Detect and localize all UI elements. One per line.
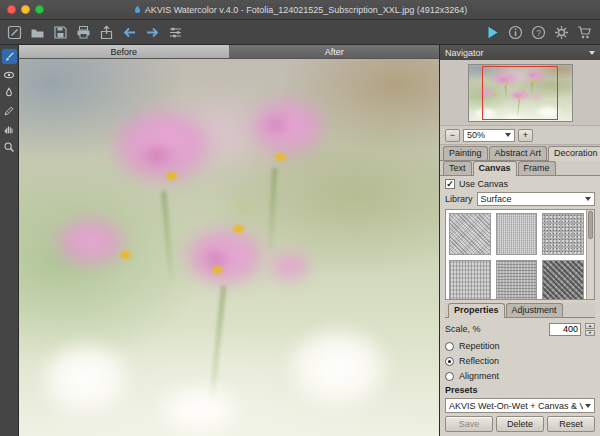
zoom-in-button[interactable]: +: [518, 129, 533, 142]
texture-swatch-1[interactable]: [449, 213, 491, 255]
presets-value: AKVIS Wet-On-Wet + Canvas & Vignette (1: [449, 401, 583, 411]
help-icon[interactable]: ?: [530, 24, 546, 40]
app-window: AKVIS Watercolor v.4.0 - Fotolia_1240215…: [0, 0, 600, 436]
hand-tool[interactable]: [2, 121, 17, 136]
library-select[interactable]: Surface: [477, 192, 595, 206]
white-flower: [27, 330, 145, 428]
undo-icon[interactable]: [121, 24, 137, 40]
run-icon[interactable]: [484, 24, 500, 40]
placement-option-reflection[interactable]: Reflection: [445, 355, 595, 367]
redo-icon[interactable]: [144, 24, 160, 40]
titlebar: AKVIS Watercolor v.4.0 - Fotolia_1240215…: [0, 0, 600, 20]
tab-before[interactable]: Before: [19, 45, 230, 58]
texture-scrollbar[interactable]: [586, 210, 594, 299]
workspace: Before After: [0, 45, 600, 436]
window-title: AKVIS Watercolor v.4.0 - Fotolia_1240215…: [0, 5, 600, 15]
toolbar: ?: [0, 20, 600, 45]
library-value: Surface: [481, 194, 512, 204]
workspace-icon[interactable]: [6, 24, 22, 40]
save-preset-button[interactable]: Save: [445, 416, 493, 432]
texture-swatch-4[interactable]: [449, 260, 491, 300]
pink-flower: [263, 248, 318, 286]
buy-cart-icon[interactable]: [576, 24, 592, 40]
window-controls: [0, 5, 44, 14]
window-title-text: AKVIS Watercolor v.4.0 - Fotolia_1240215…: [145, 5, 468, 15]
spinner-up-button[interactable]: ▲: [585, 323, 595, 329]
navigator-title: Navigator: [445, 48, 484, 58]
image-view: Before After: [19, 45, 439, 436]
canvas-settings: ✓ Use Canvas Library Surface: [440, 176, 600, 436]
tab-canvas[interactable]: Canvas: [473, 161, 517, 176]
zoom-tool[interactable]: [2, 139, 17, 154]
brush-tool[interactable]: [2, 49, 17, 64]
quick-settings-icon[interactable]: [167, 24, 183, 40]
scale-label: Scale, %: [445, 324, 545, 334]
close-button[interactable]: [7, 5, 16, 14]
tool-column: [0, 45, 19, 436]
navigator-header[interactable]: Navigator: [440, 45, 600, 60]
delete-preset-button[interactable]: Delete: [496, 416, 544, 432]
decoration-tabs: Text Canvas Frame: [440, 161, 600, 176]
tab-text[interactable]: Text: [443, 161, 472, 175]
share-icon[interactable]: [98, 24, 114, 40]
mode-tabs: Painting Abstract Art Decoration: [440, 145, 600, 161]
texture-swatch-6[interactable]: [542, 260, 584, 300]
save-file-icon[interactable]: [52, 24, 68, 40]
texture-scrollbar-thumb[interactable]: [588, 211, 593, 239]
radio-icon[interactable]: [445, 342, 454, 351]
scale-input[interactable]: [549, 323, 581, 336]
tab-after[interactable]: After: [230, 45, 440, 58]
reflection-label: Reflection: [459, 356, 499, 366]
chevron-down-icon: [589, 51, 595, 55]
presets-section: Presets AKVIS Wet-On-Wet + Canvas & Vign…: [445, 385, 595, 432]
pink-flower-shade: [258, 112, 296, 138]
repetition-label: Repetition: [459, 341, 500, 351]
texture-swatch-5[interactable]: [496, 260, 538, 300]
radio-icon-selected[interactable]: [445, 357, 454, 366]
toolbar-right: ?: [484, 24, 592, 40]
toolbar-left: [6, 24, 183, 40]
smudge-pencil-tool[interactable]: [2, 103, 17, 118]
use-canvas-checkbox[interactable]: ✓: [445, 179, 455, 189]
right-panel: Navigator: [439, 45, 600, 436]
pink-flower-shade: [132, 138, 182, 172]
navigator-thumbnail[interactable]: [468, 64, 573, 122]
tab-decoration[interactable]: Decoration: [548, 146, 600, 161]
open-file-icon[interactable]: [29, 24, 45, 40]
zoom-out-button[interactable]: −: [445, 129, 460, 142]
history-brush-tool[interactable]: [2, 67, 17, 82]
texture-swatch-2[interactable]: [496, 213, 538, 255]
tab-properties[interactable]: Properties: [448, 303, 505, 318]
svg-text:?: ?: [536, 27, 541, 37]
view-tabs: Before After: [19, 45, 439, 59]
chevron-down-icon: [585, 404, 591, 408]
tab-painting[interactable]: Painting: [443, 146, 488, 160]
spinner-down-button[interactable]: ▼: [585, 330, 595, 336]
watercolor-result-image: [19, 59, 439, 436]
radio-icon[interactable]: [445, 372, 454, 381]
white-flower: [271, 315, 405, 421]
placement-option-repetition[interactable]: Repetition: [445, 340, 595, 352]
minimize-button[interactable]: [21, 5, 30, 14]
scale-row: Scale, % ▲ ▼: [445, 321, 595, 337]
print-icon[interactable]: [75, 24, 91, 40]
library-label: Library: [445, 194, 473, 204]
image-canvas[interactable]: [19, 59, 439, 436]
flower-center: [233, 225, 244, 233]
tab-frame[interactable]: Frame: [518, 161, 556, 175]
chevron-down-icon: [585, 197, 591, 201]
tab-adjustment[interactable]: Adjustment: [506, 303, 563, 317]
blur-tool[interactable]: [2, 85, 17, 100]
reset-preset-button[interactable]: Reset: [547, 416, 595, 432]
navigator-view-frame[interactable]: [482, 66, 558, 120]
info-icon[interactable]: [507, 24, 523, 40]
preferences-gear-icon[interactable]: [553, 24, 569, 40]
zoom-level-select[interactable]: 50%: [463, 129, 515, 142]
navigator-preview-area: [440, 60, 600, 126]
zoom-window-button[interactable]: [35, 5, 44, 14]
placement-option-alignment[interactable]: Alignment: [445, 370, 595, 382]
presets-select[interactable]: AKVIS Wet-On-Wet + Canvas & Vignette (1: [445, 398, 595, 413]
zoom-level-value: 50%: [467, 130, 485, 140]
tab-abstract-art[interactable]: Abstract Art: [489, 146, 548, 160]
texture-swatch-3[interactable]: [542, 213, 584, 255]
